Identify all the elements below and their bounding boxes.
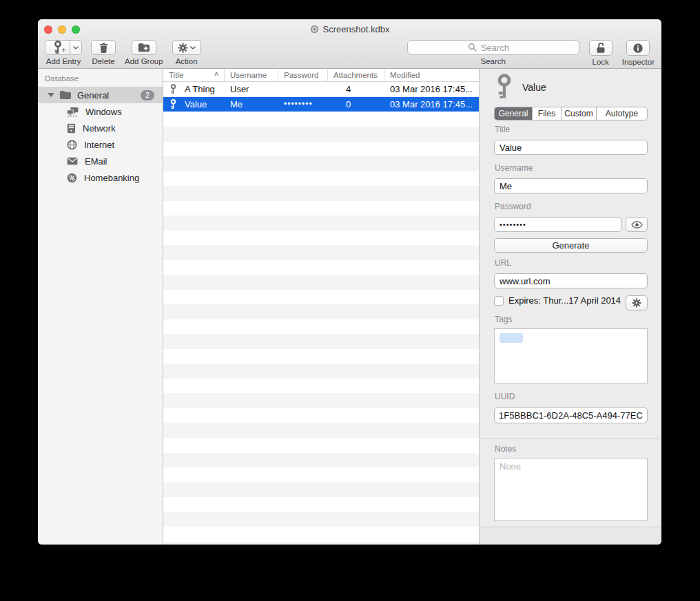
envelope-icon [67,157,78,165]
notes-field-label: Notes [495,444,516,454]
search-item: Search [407,40,579,65]
inspector-button[interactable] [626,40,650,56]
sidebar-item-label: General [77,90,109,101]
sidebar-item-windows[interactable]: Windows [38,103,163,120]
chevron-down-icon [73,46,79,50]
gear-icon [178,43,188,53]
add-entry-dropdown-button[interactable] [70,40,82,55]
entry-username: User [225,84,278,94]
folder-icon [59,90,71,100]
key-icon [170,84,176,94]
entry-title: A Thing [185,84,215,94]
tags-field-label: Tags [495,315,512,324]
search-icon [468,43,477,52]
expires-label: Expires: Thur...17 April 2014 [508,295,621,306]
tab-files[interactable]: Files [533,107,562,120]
sidebar-item-label: Network [83,123,116,134]
empty-rows-area [163,112,479,545]
inspector-footer [480,527,661,545]
tags-field[interactable] [494,328,648,383]
entry-attachments: 4 [328,84,384,94]
table-header: Title ^ Username Password Attachments Mo… [163,69,479,82]
table-row-selected[interactable]: Value Me •••••••• 0 03 Mar 2016 17:45... [163,97,479,112]
desktop-background: Screenshot.kdbx + Add Entry [0,0,700,601]
key-icon [495,74,514,100]
sidebar-item-email[interactable]: EMail [38,153,163,169]
entry-modified: 03 Mar 2016 17:45... [384,99,479,109]
main-content: Database General 2 Windows Network [38,69,661,545]
add-group-item: Add Group [125,40,163,65]
globe-icon [67,140,77,150]
inspector-entry-title: Value [522,82,546,93]
sidebar: Database General 2 Windows Network [38,69,163,545]
gear-icon [632,298,641,308]
sidebar-item-internet[interactable]: Internet [38,136,163,153]
password-field[interactable] [494,217,621,232]
titlebar[interactable]: Screenshot.kdbx [38,19,661,39]
section-divider [480,439,661,439]
sidebar-item-label: Windows [85,107,122,117]
add-entry-label: Add Entry [46,57,81,65]
show-password-button[interactable] [626,217,648,232]
delete-item: Delete [91,40,116,65]
entry-title: Value [185,99,207,109]
entry-username: Me [225,99,278,109]
action-button[interactable] [172,40,201,55]
disclosure-triangle-icon[interactable] [48,93,54,97]
lock-button[interactable] [589,40,612,56]
generate-button[interactable]: Generate [494,238,648,253]
column-header-attachments[interactable]: Attachments [328,69,384,81]
action-label: Action [176,57,198,65]
add-group-button[interactable] [132,40,156,55]
inspector-panel: Value General Files Custom Autotype Titl… [479,69,661,545]
column-header-username[interactable]: Username [225,69,278,81]
column-header-modified[interactable]: Modified [384,69,479,81]
column-header-title[interactable]: Title ^ [163,69,225,81]
inspector-tabs: General Files Custom Autotype [494,107,648,120]
entry-modified: 03 Mar 2016 17:45... [384,84,479,94]
title-field[interactable] [494,140,648,155]
table-row[interactable]: A Thing User 4 03 Mar 2016 17:45... [163,82,479,97]
expires-row: Expires: Thur...17 April 2014 [494,295,621,306]
add-entry-button[interactable]: + [45,40,70,55]
expires-settings-button[interactable] [626,295,648,310]
entry-table: Title ^ Username Password Attachments Mo… [163,69,479,545]
inspector-item: Inspector [622,40,655,66]
column-header-password[interactable]: Password [278,69,328,81]
key-plus-icon [54,41,62,54]
trash-icon [99,42,109,54]
title-field-label: Title [495,125,510,134]
toolbar-right: Search Lock Inspector [407,40,655,66]
sidebar-item-label: EMail [85,156,107,167]
sidebar-item-network[interactable]: Network [38,120,163,136]
username-field[interactable] [494,178,648,193]
entry-password: •••••••• [278,99,328,109]
expires-checkbox[interactable] [494,296,504,306]
url-field-label: URL [495,258,511,268]
username-field-label: Username [495,163,533,173]
url-field[interactable] [494,273,648,288]
uuid-field[interactable] [494,407,648,423]
search-input[interactable] [407,40,579,55]
info-icon [632,43,644,54]
toolbar: + Add Entry Delete [38,39,661,69]
sidebar-item-general[interactable]: General 2 [38,87,163,103]
computers-icon [67,107,79,117]
tab-general[interactable]: General [495,107,533,120]
chevron-down-icon [190,46,196,50]
sidebar-item-homebanking[interactable]: Homebanking [38,169,163,186]
tab-custom[interactable]: Custom [562,107,597,120]
delete-button[interactable] [91,40,116,55]
eye-icon [631,221,643,229]
notes-field[interactable] [494,458,648,521]
sidebar-item-label: Homebanking [84,173,139,183]
app-window: Screenshot.kdbx + Add Entry [38,19,661,545]
window-title-group: Screenshot.kdbx [38,19,661,39]
window-title: Screenshot.kdbx [323,24,390,34]
percent-icon [67,173,77,183]
plus-icon: + [62,47,65,54]
folder-plus-icon [138,43,150,52]
tag-token[interactable] [500,333,523,343]
tab-autotype[interactable]: Autotype [597,107,647,120]
lock-label: Lock [593,58,609,66]
